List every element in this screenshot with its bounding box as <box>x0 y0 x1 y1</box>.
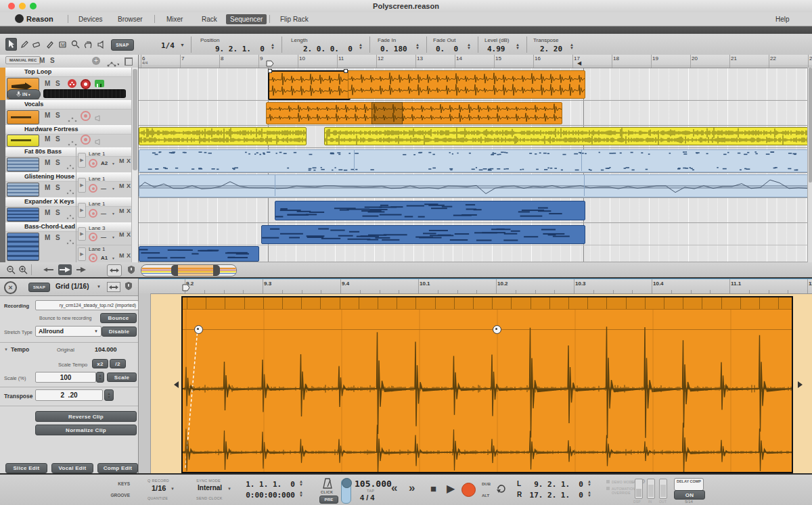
rewind-button[interactable]: « <box>391 481 397 495</box>
length-value[interactable]: 2. 0. 0. 0 <box>303 45 353 53</box>
track-name[interactable]: Hardware Fortress <box>5 125 131 135</box>
bounce-button[interactable]: Bounce <box>100 313 137 323</box>
arrow-right-tool[interactable] <box>58 264 72 275</box>
track-mute-button[interactable]: M <box>45 135 50 143</box>
eraser-tool[interactable] <box>31 38 43 51</box>
loop-left-marker-icon[interactable] <box>174 381 179 388</box>
audio-clip-selected[interactable] <box>268 70 351 100</box>
track-device-thumbnail[interactable] <box>7 233 39 261</box>
audio-input-selector[interactable]: IN▼ <box>7 89 41 99</box>
song-position-bars[interactable]: 1. 1. 1. 0 <box>238 480 295 489</box>
lane-record-button[interactable] <box>89 184 97 193</box>
loop-left-stepper[interactable]: ▲▼ <box>587 480 591 487</box>
menu-item-sequencer[interactable]: Sequencer <box>226 14 267 24</box>
midi-clip[interactable] <box>275 201 585 220</box>
magnify-tool[interactable] <box>70 38 81 51</box>
lane-record-button[interactable] <box>89 254 97 262</box>
record-button[interactable] <box>461 483 476 497</box>
transpose-value[interactable]: 2. 20 <box>540 45 562 53</box>
sync-value[interactable]: Internal <box>198 484 222 491</box>
scale-button[interactable]: Scale <box>107 372 137 382</box>
selection-tool[interactable] <box>5 38 17 51</box>
lane-delete-button[interactable]: X <box>127 183 131 189</box>
level-value[interactable]: 4.99 <box>487 45 505 53</box>
manual-rec-button[interactable]: MANUAL REC <box>5 56 41 64</box>
keys-panel-button[interactable]: KEYS <box>100 481 130 486</box>
monitor-icon[interactable] <box>95 136 102 148</box>
track-solo-button[interactable]: S <box>55 135 60 143</box>
audio-clip[interactable] <box>324 127 812 145</box>
track-row[interactable]: Bass-Chord-Lead M S ▶ Lane 3 — ▼ M X ▶ L… <box>5 222 131 263</box>
chevron-down-icon[interactable]: ▼ <box>227 487 231 491</box>
position-bars-stepper[interactable]: ▲▼ <box>299 480 303 487</box>
track-mute-button[interactable]: M <box>45 159 50 166</box>
h-zoom-fit-button[interactable] <box>107 264 122 276</box>
lane-port-value[interactable]: — <box>101 210 106 216</box>
track-solo-button[interactable]: S <box>55 234 60 241</box>
loop-icon[interactable] <box>495 483 508 498</box>
groove-panel-button[interactable]: GROOVE <box>100 493 130 498</box>
send-clock-label[interactable]: SEND CLOCK <box>196 496 223 500</box>
track-device-thumbnail[interactable] <box>7 135 39 147</box>
position-value[interactable]: 9. 2. 1. 0 <box>215 45 265 53</box>
track-row[interactable]: Vocals M S <box>5 100 131 126</box>
loop-right-value[interactable]: 17. 2. 1. 0 <box>526 491 583 500</box>
automation-icon[interactable] <box>68 113 77 125</box>
song-position-marker[interactable] <box>266 60 275 68</box>
vocal-edit-button[interactable]: Vocal Edit <box>51 463 93 473</box>
click-level-slider[interactable] <box>341 479 351 504</box>
audio-clip[interactable] <box>139 127 307 145</box>
song-navigator[interactable] <box>141 264 237 276</box>
bar-ruler[interactable]: 67891011121314151617181920212223 <box>139 55 812 68</box>
alt-button[interactable]: ALT <box>482 494 489 498</box>
midi-clip[interactable] <box>139 174 812 197</box>
add-track-button[interactable]: + <box>92 57 100 65</box>
lane-port-value[interactable]: A2 <box>101 160 108 166</box>
track-solo-button[interactable]: S <box>55 184 60 191</box>
arrangement-area[interactable]: 67891011121314151617181920212223 4/4 ◀ <box>139 55 812 262</box>
clip-level-handle[interactable] <box>493 325 501 334</box>
close-editor-button[interactable]: × <box>4 281 17 294</box>
monitor-icon[interactable] <box>95 112 102 124</box>
lane-expand-button[interactable]: ▶ <box>78 178 86 193</box>
arrow-left-tool[interactable] <box>42 264 55 275</box>
menu-item-help[interactable]: Help <box>771 14 794 24</box>
lane-port-value[interactable]: — <box>101 185 106 191</box>
slider-knob[interactable] <box>342 478 352 488</box>
track-row[interactable]: Glistening House M S ▶ Lane 1 — ▼ M X <box>5 172 131 198</box>
midi-clip[interactable] <box>261 225 585 244</box>
track-mute-button[interactable]: M <box>45 234 50 241</box>
record-enable-icon[interactable] <box>81 79 91 89</box>
automation-icon[interactable] <box>66 235 74 247</box>
chevron-down-icon[interactable]: ▼ <box>171 487 175 491</box>
track-row[interactable]: Top Loop M S IN▼ <box>5 68 131 101</box>
tempo-half-button[interactable]: /2 <box>110 359 126 368</box>
lane-record-button[interactable] <box>89 233 97 241</box>
stretch-type-value[interactable]: Allround <box>39 328 64 335</box>
fade-out-stepper[interactable]: ▲▼ <box>467 43 471 50</box>
track-row[interactable]: Hardware Fortress M S <box>5 125 131 148</box>
lane-mute-button[interactable]: M <box>119 252 125 259</box>
arrow-small-tool[interactable] <box>74 264 88 275</box>
razor-tool[interactable] <box>44 38 55 51</box>
disable-stretch-button[interactable]: Disable <box>102 327 137 337</box>
shield-icon[interactable] <box>125 281 133 293</box>
track-name[interactable]: Top Loop <box>5 68 131 77</box>
fade-in-handle[interactable] <box>194 325 203 334</box>
track-solo-button[interactable]: S <box>55 80 60 87</box>
level-stepper[interactable]: ▲▼ <box>516 43 520 50</box>
fade-handle[interactable] <box>344 69 348 73</box>
pre-count-button[interactable]: PRE <box>319 496 338 504</box>
normalize-clip-button[interactable]: Normalize Clip <box>35 425 137 435</box>
tempo-value[interactable]: 105.000 <box>355 479 392 489</box>
hand-tool[interactable] <box>83 38 94 51</box>
beat-ruler[interactable]: 9.29.39.410.110.210.310.411.111.2 <box>139 279 812 294</box>
tempo-x2-button[interactable]: x2 <box>92 359 108 368</box>
navigator-right-handle[interactable] <box>213 265 220 276</box>
collapse-arrow-icon[interactable]: ▼ <box>4 347 8 352</box>
editor-grid-value[interactable]: Grid (1/16) <box>55 283 89 290</box>
zoom-in-button[interactable] <box>16 264 30 275</box>
menu-item-flip-rack[interactable]: Flip Rack <box>276 14 313 24</box>
song-position-time[interactable]: 0:00:00:000 <box>238 491 295 500</box>
loop-left-value[interactable]: 9. 2. 1. 0 <box>526 480 583 489</box>
